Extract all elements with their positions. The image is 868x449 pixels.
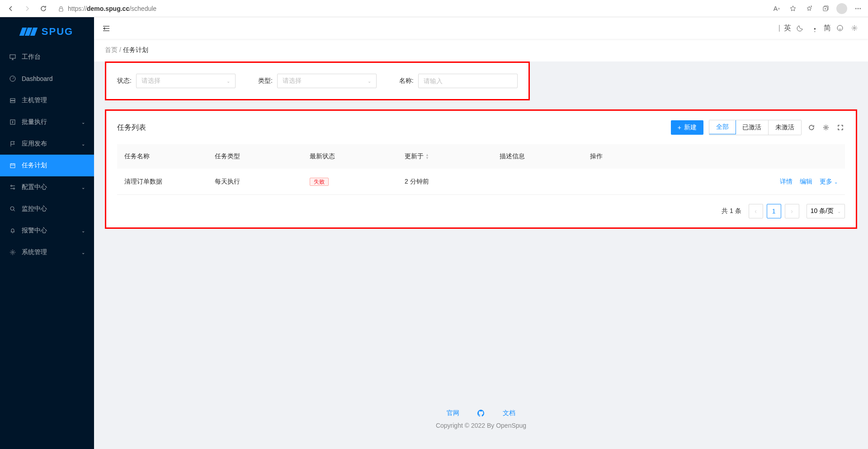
cell-action: 详情 编辑 更多 ⌄ xyxy=(583,178,845,186)
filter-name-label: 名称: xyxy=(399,77,414,85)
chevron-down-icon: ⌄ xyxy=(81,120,85,125)
thunder-icon xyxy=(9,118,16,126)
page-size-select[interactable]: 10 条/页 ⌄ xyxy=(807,204,845,218)
filter-name-input[interactable] xyxy=(418,74,518,88)
alert-icon xyxy=(9,227,16,234)
sidebar-item-label: 配置中心 xyxy=(22,183,47,191)
tab-all[interactable]: 全部 xyxy=(709,120,736,134)
sidebar-item-deploy[interactable]: 应用发布 ⌄ xyxy=(0,133,94,155)
sidebar-item-config[interactable]: 配置中心 ⌄ xyxy=(0,176,94,198)
copyright: Copyright © 2022 By OpenSpug xyxy=(114,422,848,429)
setting-icon xyxy=(9,249,16,256)
filter-type-select[interactable]: 请选择 ⌄ xyxy=(277,74,377,88)
profile-avatar[interactable] xyxy=(836,3,847,14)
cell-type: 每天执行 xyxy=(208,178,302,186)
sidebar-item-batch[interactable]: 批量执行 ⌄ xyxy=(0,111,94,133)
favorites-bar-icon[interactable] xyxy=(804,3,815,14)
edit-link[interactable]: 编辑 xyxy=(800,178,812,186)
tab-active[interactable]: 已激活 xyxy=(736,120,769,135)
new-task-button[interactable]: + 新建 xyxy=(671,120,703,135)
svg-point-14 xyxy=(825,127,827,128)
github-icon[interactable] xyxy=(477,409,485,417)
filter-status-select[interactable]: 请选择 ⌄ xyxy=(136,74,236,88)
sidebar-item-label: 系统管理 xyxy=(22,248,47,256)
svg-rect-2 xyxy=(10,55,15,58)
breadcrumb-home[interactable]: 首页 xyxy=(105,46,118,53)
docs-link[interactable]: 文档 xyxy=(503,409,515,417)
collections-icon[interactable] xyxy=(820,3,831,14)
status-badge: 失败 xyxy=(310,178,329,186)
prev-page-button[interactable]: ‹ xyxy=(749,204,763,218)
moon-icon[interactable] xyxy=(795,23,806,33)
tab-inactive[interactable]: 未激活 xyxy=(769,120,801,135)
flag-icon xyxy=(9,140,16,147)
svg-rect-7 xyxy=(10,164,15,168)
smile-icon[interactable] xyxy=(835,23,845,33)
sidebar: SPUG 工作台 Dashboard 主机管理 批量执行 ⌄ 应用发布 ⌄ 任务… xyxy=(0,17,94,449)
lang-cn[interactable]: 简 xyxy=(824,24,831,33)
lock-icon xyxy=(58,5,64,12)
chevron-down-icon: ⌄ xyxy=(81,228,85,233)
cloud-server-icon xyxy=(9,97,16,104)
sidebar-item-label: 批量执行 xyxy=(22,118,47,126)
lang-en[interactable]: 英 xyxy=(784,24,791,33)
sidebar-item-hosts[interactable]: 主机管理 xyxy=(0,90,94,111)
dashboard-icon xyxy=(9,75,16,82)
sort-icon: ▲▼ xyxy=(425,153,429,160)
svg-point-8 xyxy=(11,185,12,187)
read-aloud-icon[interactable]: A» xyxy=(771,3,782,14)
svg-rect-0 xyxy=(59,9,63,11)
column-action: 操作 xyxy=(583,152,845,161)
chevron-down-icon: ⌄ xyxy=(81,250,85,255)
sidebar-item-label: 主机管理 xyxy=(22,96,47,104)
page-total: 共 1 条 xyxy=(722,207,741,215)
page-1-button[interactable]: 1 xyxy=(767,204,781,218)
back-button[interactable] xyxy=(5,2,17,15)
cell-name: 清理订单数据 xyxy=(117,178,208,186)
svg-point-9 xyxy=(14,188,15,189)
chevron-down-icon: ⌄ xyxy=(368,79,371,84)
chevron-down-icon: ⌄ xyxy=(81,185,85,190)
more-link[interactable]: 更多 ⌄ xyxy=(820,178,838,186)
chevron-down-icon: ⌄ xyxy=(81,142,85,147)
favorite-icon[interactable] xyxy=(788,3,798,14)
detail-link[interactable]: 详情 xyxy=(780,178,793,186)
sidebar-item-monitor[interactable]: 监控中心 xyxy=(0,198,94,220)
pagination: 共 1 条 ‹ 1 › 10 条/页 ⌄ xyxy=(117,204,845,218)
forward-button[interactable] xyxy=(21,2,33,15)
sidebar-item-dashboard[interactable]: Dashboard xyxy=(0,68,94,90)
svg-rect-5 xyxy=(10,101,15,103)
browser-chrome: https://demo.spug.cc/schedule A» ⋯ xyxy=(0,0,868,17)
menu-fold-icon[interactable] xyxy=(102,23,110,33)
sidebar-item-label: 报警中心 xyxy=(22,227,47,235)
dots-icon[interactable]: •ٜ xyxy=(809,23,820,33)
setting-icon[interactable] xyxy=(821,123,830,132)
column-updated[interactable]: 更新于 ▲▼ xyxy=(397,152,492,161)
sidebar-item-schedule[interactable]: 任务计划 xyxy=(0,155,94,176)
next-page-button[interactable]: › xyxy=(785,204,799,218)
desktop-icon xyxy=(9,53,16,61)
filter-tabs: 全部 已激活 未激活 xyxy=(709,120,802,135)
logo[interactable]: SPUG xyxy=(0,17,94,46)
sidebar-item-workspace[interactable]: 工作台 xyxy=(0,46,94,68)
sidebar-item-label: Dashboard xyxy=(22,75,53,82)
footer: 官网 文档 Copyright © 2022 By OpenSpug xyxy=(105,400,857,438)
sidebar-item-label: 应用发布 xyxy=(22,140,47,148)
svg-rect-4 xyxy=(10,99,15,100)
sidebar-item-label: 任务计划 xyxy=(22,161,47,170)
refresh-button[interactable] xyxy=(37,2,50,15)
reload-icon[interactable] xyxy=(807,123,816,132)
schedule-icon xyxy=(9,162,16,169)
breadcrumb-current: 任务计划 xyxy=(123,46,148,53)
sidebar-item-alarm[interactable]: 报警中心 ⌄ xyxy=(0,220,94,241)
svg-point-13 xyxy=(854,27,855,29)
fullscreen-icon[interactable] xyxy=(836,123,845,132)
monitor-icon xyxy=(9,205,16,213)
official-link[interactable]: 官网 xyxy=(447,409,459,417)
url-bar[interactable]: https://demo.spug.cc/schedule xyxy=(53,2,768,15)
more-icon[interactable]: ⋯ xyxy=(853,3,863,14)
gear-icon[interactable] xyxy=(849,23,860,33)
chevron-down-icon: ⌄ xyxy=(226,79,230,84)
cell-status: 失败 xyxy=(302,178,397,186)
sidebar-item-system[interactable]: 系统管理 ⌄ xyxy=(0,241,94,263)
